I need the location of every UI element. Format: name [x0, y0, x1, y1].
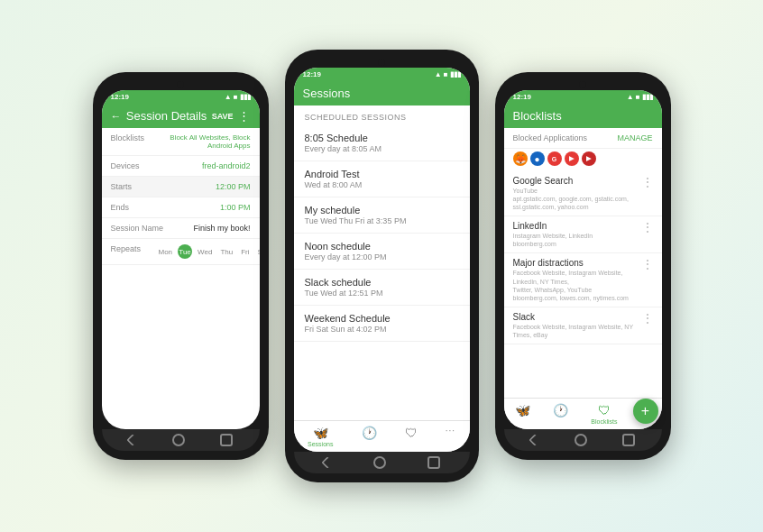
session-item-1[interactable]: Android Test Wed at 8:00 AM [294, 161, 470, 197]
blocklist-distractions-more[interactable]: ⋮ [642, 258, 653, 271]
ends-value: 1:00 PM [156, 203, 251, 212]
left-camera-notch [177, 81, 184, 88]
right-nav-sessions[interactable]: 🦋 [515, 403, 530, 425]
sessions-icon: 🦋 [313, 426, 328, 440]
blocklist-slack-desc: Facebook Website, Instagram Website, NY … [513, 323, 642, 339]
left-recents-btn[interactable] [220, 434, 233, 446]
center-nav-clock[interactable]: 🕐 [362, 426, 377, 447]
right-home-btn[interactable] [575, 434, 587, 446]
day-thu[interactable]: Thu [217, 247, 235, 257]
center-recents-btn[interactable] [427, 456, 440, 469]
right-back-btn[interactable] [529, 434, 541, 446]
sessions-section-header: Scheduled sessions [294, 105, 470, 125]
clock-icon: 🕐 [362, 426, 377, 440]
manage-button[interactable]: MANAGE [617, 133, 652, 142]
back-icon[interactable]: ← [111, 110, 122, 123]
session-name-row: Session Name Finish my book! [102, 218, 260, 239]
day-fri[interactable]: Fri [238, 247, 252, 257]
center-nav-sessions[interactable]: 🦋 Sessions [308, 426, 333, 447]
center-bottom-nav: 🦋 Sessions 🕐 🛡 ··· [294, 420, 470, 452]
right-clock-icon: 🕐 [553, 403, 568, 417]
blocklist-item-google-info: Google Search YouTubeapt.gstatic.com, go… [513, 176, 642, 211]
session-name-0: 8:05 Schedule [305, 133, 459, 143]
save-button[interactable]: SAVE [212, 112, 234, 121]
blocklist-distractions-desc: Facebook Website, Instagram Website, Lin… [513, 269, 642, 301]
session-time-1: Wed at 8:00 AM [305, 180, 459, 189]
shield-icon: 🛡 [405, 426, 418, 440]
repeats-label: Repeats [111, 244, 156, 253]
app-icon-youtube2: ▶ [582, 151, 596, 166]
right-status-icons: ▲ ■ ▮▮▮ [627, 93, 653, 101]
right-screen-content: Google Search YouTubeapt.gstatic.com, go… [504, 171, 662, 398]
session-name-value: Finish my book! [163, 224, 250, 233]
blocklist-item-slack[interactable]: Slack Facebook Website, Instagram Websit… [504, 307, 662, 344]
starts-value: 12:00 PM [156, 182, 251, 191]
center-phone: 12:19 ▲ ■ ▮▮▮ Sessions Scheduled session… [285, 50, 479, 482]
blocklists-value: Block All Websites, Block Android Apps [156, 133, 251, 150]
session-item-4[interactable]: Slack schedule Tue Wed at 12:51 PM [294, 270, 470, 306]
session-name-5: Weekend Schedule [305, 313, 459, 324]
center-back-btn[interactable] [321, 456, 334, 469]
center-time: 12:19 [303, 70, 321, 78]
left-status-bar: 12:19 ▲ ■ ▮▮▮ [102, 90, 260, 104]
devices-value: fred-android2 [156, 161, 251, 170]
blocked-apps-header: Blocked Applications MANAGE [504, 128, 662, 149]
blocklist-google-more[interactable]: ⋮ [642, 176, 653, 188]
session-item-0[interactable]: 8:05 Schedule Every day at 8:05 AM [294, 125, 470, 161]
right-nav-blocklists[interactable]: 🛡 Blocklists [591, 403, 617, 425]
day-tue[interactable]: Tue [178, 244, 192, 259]
center-gesture-bar [294, 452, 470, 473]
right-phone: 12:19 ▲ ■ ▮▮▮ Blocklists Blocked Applica… [495, 72, 671, 460]
right-gesture-bar [504, 429, 662, 451]
right-recents-btn[interactable] [622, 434, 635, 446]
fab-icon: + [641, 404, 649, 418]
ends-row: Ends 1:00 PM [102, 197, 260, 218]
blocklist-item-distractions[interactable]: Major distractions Facebook Website, Ins… [504, 253, 662, 307]
app-icon-firefox: 🦊 [513, 151, 528, 166]
left-status-icons: ▲ ■ ▮▮▮ [225, 93, 251, 101]
session-time-4: Tue Wed at 12:51 PM [305, 289, 459, 298]
day-sat[interactable]: Sat [255, 247, 260, 257]
days-row: Mon Tue Wed Thu Fri Sat Sun [156, 244, 260, 259]
app-icons-row: 🦊 ● G ▶ ▶ [504, 149, 662, 171]
session-item-2[interactable]: My schedule Tue Wed Thu Fri at 3:35 PM [294, 197, 470, 234]
center-nav-shield[interactable]: 🛡 [405, 426, 418, 447]
blocklist-item-linkedin[interactable]: LinkedIn Instagram Website, LinkedInbloo… [504, 216, 662, 253]
session-time-3: Every day at 12:00 PM [305, 252, 459, 261]
app-icon-gmail: G [547, 151, 562, 166]
center-home-btn[interactable] [373, 456, 386, 469]
blocklist-distractions-name: Major distractions [513, 258, 642, 268]
right-phone-screen: 12:19 ▲ ■ ▮▮▮ Blocklists Blocked Applica… [504, 90, 662, 429]
left-app-bar: ← Session Details SAVE ⋮ [102, 104, 260, 128]
app-icon-youtube1: ▶ [565, 151, 579, 166]
session-name-2: My schedule [305, 205, 459, 216]
session-time-0: Every day at 8:05 AM [305, 144, 459, 153]
center-app-bar: Sessions [294, 81, 470, 105]
center-nav-more[interactable]: ··· [446, 426, 455, 447]
fab-button[interactable]: + [633, 399, 658, 424]
session-name-label: Session Name [111, 224, 164, 233]
left-back-btn[interactable] [126, 434, 139, 446]
sessions-list: 8:05 Schedule Every day at 8:05 AM Andro… [294, 125, 470, 420]
session-name-1: Android Test [305, 169, 459, 179]
blocklists-label: Blocklists [111, 133, 156, 142]
day-wed[interactable]: Wed [195, 247, 215, 257]
day-mon[interactable]: Mon [156, 247, 176, 257]
more-icon[interactable]: ⋮ [238, 109, 250, 123]
blocklist-google-desc: YouTubeapt.gstatic.com, google.com, gsta… [513, 187, 642, 211]
session-time-2: Tue Wed Thu Fri at 3:35 PM [305, 216, 459, 225]
right-nav-clock[interactable]: 🕐 [553, 403, 568, 425]
left-home-btn[interactable] [172, 434, 185, 446]
session-item-3[interactable]: Noon schedule Every day at 12:00 PM [294, 234, 470, 270]
blocklist-linkedin-more[interactable]: ⋮ [642, 221, 653, 234]
session-item-5[interactable]: Weekend Schedule Fri Sat Sun at 4:02 PM [294, 306, 470, 342]
sessions-nav-label: Sessions [308, 441, 333, 447]
blocklist-slack-more[interactable]: ⋮ [642, 312, 653, 325]
starts-label: Starts [111, 182, 156, 191]
session-name-3: Noon schedule [305, 241, 459, 252]
ends-label: Ends [111, 203, 156, 212]
starts-row: Starts 12:00 PM [102, 177, 260, 197]
session-name-4: Slack schedule [305, 277, 459, 288]
blocklist-item-google[interactable]: Google Search YouTubeapt.gstatic.com, go… [504, 171, 662, 216]
left-time: 12:19 [111, 93, 129, 101]
